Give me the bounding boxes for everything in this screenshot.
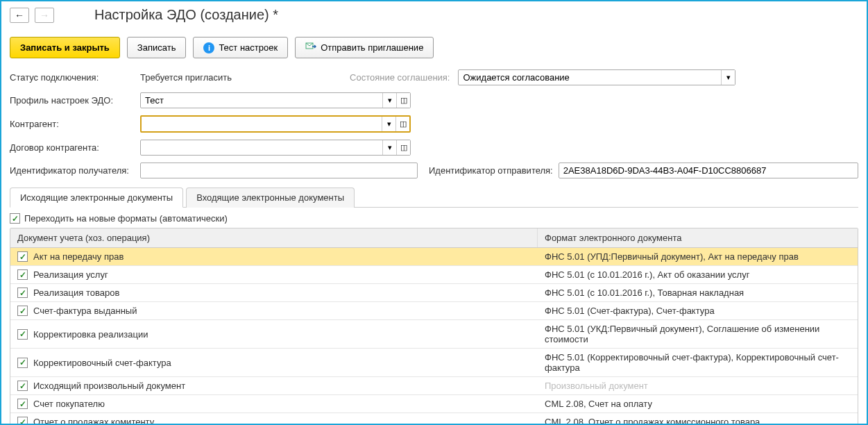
row-checkbox[interactable] — [17, 381, 28, 391]
agreement-label: Состояние соглашения: — [350, 72, 450, 83]
row-format: CML 2.08, Счет на оплату — [538, 395, 858, 412]
agreement-input[interactable] — [459, 70, 721, 85]
test-settings-label: Тест настроек — [219, 42, 278, 53]
send-invite-label: Отправить приглашение — [321, 42, 423, 53]
row-format: CML 2.08, Отчет о продажах комиссионного… — [538, 413, 858, 425]
contract-input[interactable] — [141, 140, 382, 155]
recipient-id-label: Идентификатор получателя: — [10, 165, 135, 176]
table-row[interactable]: Исходящий произвольный документПроизволь… — [10, 377, 858, 395]
auto-format-label: Переходить на новые форматы (автоматичес… — [24, 213, 228, 224]
row-label: Корректировочный счет-фактура — [33, 358, 171, 368]
profile-input[interactable] — [141, 93, 382, 108]
row-checkbox[interactable] — [17, 306, 28, 316]
tab-outgoing[interactable]: Исходящие электронные документы — [10, 188, 183, 208]
row-checkbox[interactable] — [17, 329, 28, 340]
profile-dropdown-button[interactable]: ▾ — [382, 93, 396, 108]
nav-forward-button[interactable]: → — [35, 8, 54, 23]
contract-label: Договор контрагента: — [10, 142, 135, 153]
row-checkbox[interactable] — [17, 417, 28, 425]
send-invite-button[interactable]: Отправить приглашение — [295, 37, 434, 58]
row-format: Произвольный документ — [538, 377, 858, 394]
send-icon — [305, 41, 316, 54]
row-label: Исходящий произвольный документ — [33, 381, 185, 391]
test-settings-button[interactable]: i Тест настроек — [193, 37, 288, 58]
agreement-dropdown-button[interactable]: ▾ — [721, 70, 735, 85]
sender-id-input[interactable] — [559, 162, 858, 178]
row-format: ФНС 5.01 (с 10.01.2016 г.), Акт об оказа… — [538, 266, 858, 283]
save-close-button[interactable]: Записать и закрыть — [10, 37, 120, 58]
row-label: Акт на передачу прав — [33, 251, 124, 262]
row-checkbox[interactable] — [17, 358, 28, 368]
row-label: Счет покупателю — [33, 399, 105, 409]
row-label: Отчет о продажах комитенту — [33, 417, 154, 425]
row-checkbox[interactable] — [17, 251, 28, 262]
profile-open-button[interactable]: ◫ — [396, 93, 410, 108]
table-row[interactable]: Отчет о продажах комитентуCML 2.08, Отче… — [10, 413, 858, 425]
row-label: Счет-фактура выданный — [33, 306, 137, 316]
status-value: Требуется пригласить — [140, 72, 232, 83]
table-row[interactable]: Счет покупателюCML 2.08, Счет на оплату — [10, 395, 858, 413]
page-title: Настройка ЭДО (создание) * — [94, 7, 278, 23]
row-checkbox[interactable] — [17, 269, 28, 280]
table-col-format: Формат электронного документа — [538, 228, 858, 247]
partner-input[interactable] — [142, 117, 382, 131]
nav-back-button[interactable]: ← — [10, 8, 29, 23]
row-checkbox[interactable] — [17, 399, 28, 409]
row-format: ФНС 5.01 (Корректировочный счет-фактура)… — [538, 349, 858, 376]
partner-open-button[interactable]: ◫ — [395, 117, 409, 131]
sender-id-label: Идентификатор отправителя: — [429, 165, 553, 176]
tab-incoming[interactable]: Входящие электронные документы — [186, 188, 355, 208]
table-col-document: Документ учета (хоз. операция) — [10, 228, 538, 247]
row-checkbox[interactable] — [17, 288, 28, 298]
contract-dropdown-button[interactable]: ▾ — [382, 140, 396, 155]
table-row[interactable]: Счет-фактура выданныйФНС 5.01 (Счет-факт… — [10, 302, 858, 320]
table-row[interactable]: Акт на передачу правФНС 5.01 (УПД:Первич… — [10, 248, 858, 266]
partner-label: Контрагент: — [10, 119, 135, 129]
status-label: Статус подключения: — [10, 72, 135, 83]
info-icon: i — [203, 42, 214, 53]
save-button[interactable]: Записать — [127, 37, 187, 58]
row-label: Реализация товаров — [33, 288, 119, 298]
recipient-id-input[interactable] — [140, 162, 418, 178]
partner-dropdown-button[interactable]: ▾ — [382, 117, 395, 131]
auto-format-checkbox[interactable] — [10, 213, 20, 224]
table-row[interactable]: Корректировочный счет-фактураФНС 5.01 (К… — [10, 349, 858, 377]
row-format: ФНС 5.01 (с 10.01.2016 г.), Товарная нак… — [538, 284, 858, 301]
table-row[interactable]: Реализация товаровФНС 5.01 (с 10.01.2016… — [10, 284, 858, 302]
row-label: Корректировка реализации — [33, 329, 148, 340]
row-label: Реализация услуг — [33, 269, 108, 280]
table-row[interactable]: Корректировка реализацииФНС 5.01 (УКД:Пе… — [10, 320, 858, 349]
contract-open-button[interactable]: ◫ — [396, 140, 410, 155]
row-format: ФНС 5.01 (Счет-фактура), Счет-фактура — [538, 302, 858, 319]
row-format: ФНС 5.01 (УКД:Первичный документ), Согла… — [538, 320, 858, 348]
documents-table: Документ учета (хоз. операция) Формат эл… — [10, 228, 858, 425]
table-row[interactable]: Реализация услугФНС 5.01 (с 10.01.2016 г… — [10, 266, 858, 284]
profile-label: Профиль настроек ЭДО: — [10, 95, 135, 106]
row-format: ФНС 5.01 (УПД:Первичный документ), Акт н… — [538, 248, 858, 265]
